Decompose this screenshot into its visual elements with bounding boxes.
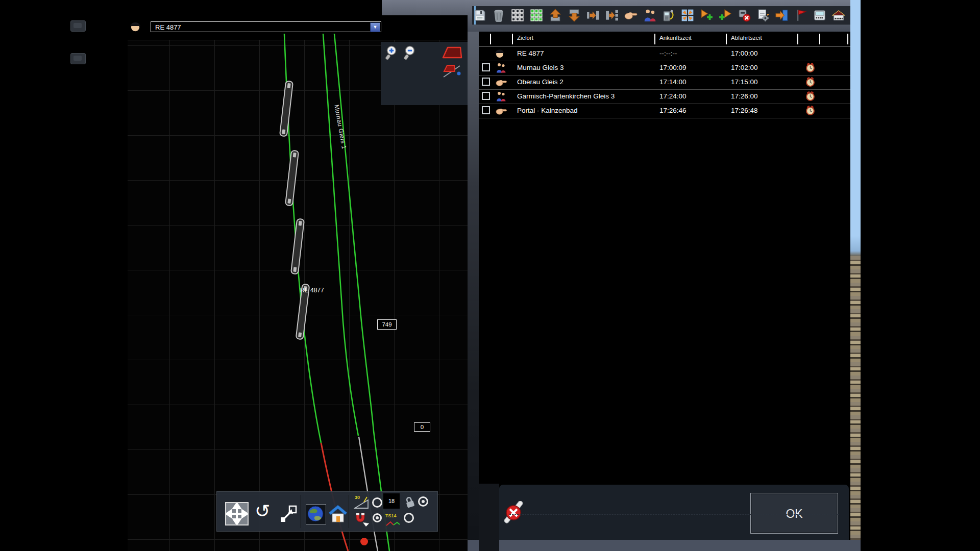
- row-zielort: Portal - Kainzenbad: [517, 104, 578, 118]
- zoom-out-icon[interactable]: [403, 45, 416, 63]
- gradient-snap-icon[interactable]: 30: [354, 496, 369, 511]
- timetable-panel: Zielort Ankunftszeit Abfahrtszeit RE 487…: [479, 32, 850, 484]
- table-row[interactable]: Oberau Gleis 2 17:14:00 17:15:00: [479, 75, 850, 90]
- header-abfahrtszeit: Abfahrtszeit: [731, 35, 762, 41]
- row-checkbox[interactable]: [482, 63, 490, 71]
- add-service-alt-icon[interactable]: [719, 9, 732, 22]
- row-checkbox[interactable]: [482, 78, 490, 86]
- refuel-icon[interactable]: [662, 9, 675, 22]
- save-icon[interactable]: [473, 9, 486, 22]
- alarm-clock-icon[interactable]: [805, 77, 815, 89]
- row-ankunft: --:--:--: [659, 46, 677, 61]
- footer-backdrop-band: [468, 540, 861, 551]
- row-ankunft: 17:24:00: [659, 89, 687, 104]
- alarm-clock-icon[interactable]: [805, 63, 815, 74]
- header-ankunftszeit: Ankunftszeit: [659, 35, 692, 41]
- row-abfahrt: 17:26:00: [731, 89, 758, 104]
- confirm-bar: OK: [499, 485, 849, 540]
- pan-tool-button[interactable]: [225, 502, 249, 525]
- select-hand-icon[interactable]: [624, 9, 638, 22]
- window-edge-icon-2[interactable]: [70, 53, 86, 64]
- portal-icon[interactable]: [775, 9, 789, 22]
- table-row[interactable]: Murnau Gleis 3 17:00:09 17:02:00: [479, 61, 850, 76]
- toolbar-divider: [348, 495, 349, 528]
- world-sliver-buildings: [850, 256, 861, 551]
- driver-select-value: RE 4877: [155, 23, 181, 31]
- row-zielort: Oberau Gleis 2: [517, 75, 564, 89]
- main-toolbar: [472, 6, 850, 24]
- footer-left-fill: [479, 484, 499, 551]
- row-checkbox[interactable]: [482, 106, 490, 114]
- snap-radio-off-icon[interactable]: [372, 497, 382, 508]
- snap-radio-on-icon[interactable]: [418, 496, 428, 507]
- driver-avatar-icon: [129, 19, 142, 33]
- panel-gap: [468, 32, 479, 551]
- driver-icon: [494, 47, 505, 62]
- row-abfahrt: 17:00:00: [731, 46, 758, 61]
- remove-ai-icon[interactable]: [738, 9, 751, 22]
- row-ankunft: 17:00:09: [659, 61, 687, 75]
- ok-button[interactable]: OK: [750, 493, 838, 534]
- track-lines: [128, 34, 468, 551]
- lock-icon[interactable]: [404, 495, 416, 512]
- magnet-snap-icon[interactable]: [354, 511, 370, 530]
- row-ankunft: 17:26:46: [659, 104, 687, 118]
- row-abfahrt: 17:15:00: [731, 75, 758, 89]
- red-gradient-icon[interactable]: [442, 62, 462, 82]
- hand-icon: [496, 107, 507, 117]
- row-zielort: RE 4877: [517, 46, 544, 61]
- app-window: RE 4877 ▼ RE 4877 Murnau Gleis 1 749 0: [0, 0, 980, 551]
- flag-icon[interactable]: [794, 9, 807, 22]
- window-edge-icon-1[interactable]: [70, 20, 86, 32]
- snap-value-box[interactable]: 18: [383, 493, 400, 509]
- slope-angle-label: 30: [355, 495, 360, 500]
- toolbar-divider: [300, 495, 301, 528]
- row-abfahrt: 17:26:48: [731, 104, 758, 118]
- delete-icon[interactable]: [492, 9, 505, 22]
- row-abfahrt: 17:02:00: [731, 61, 758, 75]
- insert-after-icon[interactable]: [605, 9, 619, 22]
- alarm-clock-icon[interactable]: [805, 106, 815, 117]
- header-zielort: Zielort: [517, 35, 533, 41]
- world-view-button[interactable]: [306, 504, 326, 524]
- map-edit-toolbar: ↺ 30 18 TS14: [216, 491, 438, 532]
- table-row[interactable]: Portal - Kainzenbad 17:26:46 17:26:48: [479, 104, 850, 118]
- move-down-icon[interactable]: [568, 9, 581, 22]
- track-line-3: [334, 34, 389, 551]
- row-checkbox[interactable]: [482, 92, 490, 100]
- rotate-tool-button[interactable]: ↺: [255, 501, 275, 523]
- service-settings-icon[interactable]: [756, 9, 770, 22]
- chevron-down-icon[interactable]: ▼: [370, 22, 380, 32]
- passengers-icon[interactable]: [643, 9, 656, 22]
- collapse-icon[interactable]: [681, 9, 694, 22]
- table-row[interactable]: RE 4877 --:--:-- 17:00:00: [479, 46, 850, 61]
- insert-before-icon[interactable]: [586, 9, 600, 22]
- row-ankunft: 17:14:00: [659, 75, 687, 89]
- move-node-tool-button[interactable]: [279, 505, 298, 525]
- zoom-in-icon[interactable]: [384, 45, 398, 63]
- alarm-clock-icon[interactable]: [805, 91, 815, 103]
- minimap-overlay: [381, 42, 468, 105]
- map-train-label: RE 4877: [300, 287, 324, 294]
- snap-radio-off2-icon[interactable]: [404, 513, 414, 523]
- ts14-marker-icon[interactable]: TS14: [385, 510, 403, 525]
- signal-label-749[interactable]: 749: [377, 319, 397, 330]
- remove-marker-icon[interactable]: [503, 501, 524, 528]
- red-marker-dot: [360, 538, 368, 545]
- table-row[interactable]: Garmisch-Partenkirchen Gleis 3 17:24:00 …: [479, 89, 850, 104]
- grid-green-icon[interactable]: [530, 9, 543, 22]
- hand-icon: [496, 78, 507, 89]
- red-area-icon[interactable]: [442, 46, 462, 61]
- move-up-icon[interactable]: [549, 9, 562, 22]
- row-zielort: Murnau Gleis 3: [517, 61, 564, 75]
- snap-radio-on2-icon[interactable]: [373, 513, 382, 522]
- grid-white-icon[interactable]: [511, 9, 524, 22]
- driver-select[interactable]: RE 4877 ▼: [151, 21, 381, 32]
- passengers-icon: [496, 91, 506, 104]
- signal-label-0[interactable]: 0: [414, 422, 430, 432]
- depot-icon[interactable]: [832, 9, 845, 22]
- add-service-icon[interactable]: [700, 9, 713, 22]
- platform-icon[interactable]: [813, 9, 826, 22]
- home-view-button[interactable]: [328, 504, 348, 525]
- ts14-label: TS14: [385, 513, 397, 518]
